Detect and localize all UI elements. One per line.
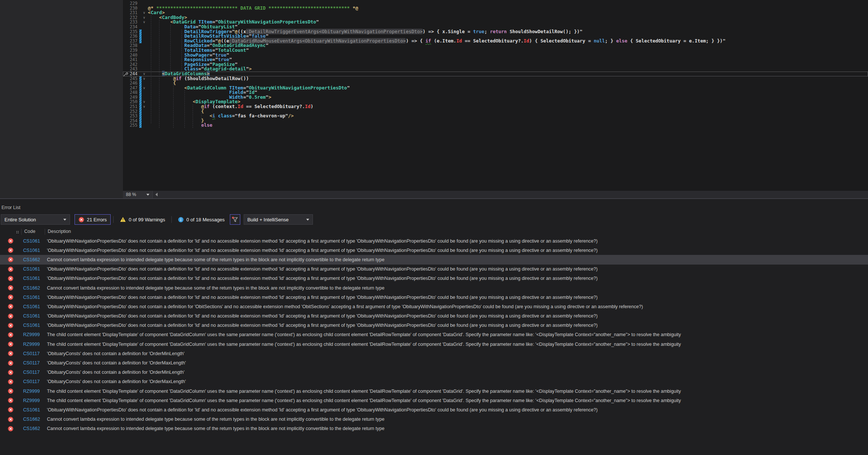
- code-line[interactable]: 255 else: [123, 123, 868, 128]
- error-row[interactable]: CS1662Cannot convert lambda expression t…: [0, 424, 868, 433]
- errors-toggle-button[interactable]: 21 Errors: [75, 214, 111, 225]
- fold-collapse-icon[interactable]: ∨: [142, 99, 147, 104]
- warnings-toggle-button[interactable]: 0 of 99 Warnings: [116, 214, 169, 225]
- error-row[interactable]: CS1061'ObituaryWithNavigationPropertiesD…: [0, 246, 868, 255]
- glyph-margin: [123, 95, 129, 100]
- line-number[interactable]: 248: [129, 90, 139, 95]
- error-circle-icon: [8, 426, 13, 432]
- code-line[interactable]: 231∨<Card>: [123, 10, 868, 15]
- filter-funnel-icon: [232, 217, 238, 222]
- error-description: 'ObituaryWithNavigationPropertiesDto' do…: [47, 266, 598, 272]
- error-row[interactable]: RZ9999The child content element 'Display…: [0, 330, 868, 339]
- error-list-toolbar: Entire Solution 21 Errors 0 of 99 Warnin…: [1, 214, 313, 225]
- fold-margin: [142, 53, 147, 58]
- error-circle-icon: [8, 398, 13, 403]
- code-text: @* ***************************** DATA GR…: [148, 6, 358, 11]
- error-circle-icon: [8, 304, 13, 309]
- glyph-margin: [123, 29, 129, 34]
- code-lines-container[interactable]: 229230@* ***************************** D…: [123, 0, 868, 128]
- code-line[interactable]: 240 ShowPager="true": [123, 53, 868, 58]
- glyph-margin: [123, 20, 129, 25]
- error-row[interactable]: CS1061'ObituaryWithNavigationPropertiesD…: [0, 293, 868, 302]
- line-number[interactable]: 229: [129, 1, 139, 6]
- code-editor[interactable]: 229230@* ***************************** D…: [123, 0, 868, 190]
- error-row[interactable]: CS1061'ObituaryWithNavigationPropertiesD…: [0, 302, 868, 311]
- error-code: RZ9999: [23, 332, 47, 337]
- error-circle-icon: [8, 332, 13, 338]
- fold-margin: [142, 39, 147, 44]
- fold-collapse-icon[interactable]: ∨: [142, 86, 147, 91]
- glyph-margin: [123, 99, 129, 104]
- error-row[interactable]: CS1662Cannot convert lambda expression t…: [0, 283, 868, 293]
- code-line[interactable]: 243 Class="datagrid-detail">: [123, 67, 868, 72]
- error-row[interactable]: CS1662Cannot convert lambda expression t…: [0, 415, 868, 424]
- arrow-left-icon: [155, 193, 158, 196]
- line-number[interactable]: 239: [129, 48, 139, 53]
- fold-margin: [142, 62, 147, 67]
- error-row[interactable]: CS1061'ObituaryWithNavigationPropertiesD…: [0, 236, 868, 246]
- error-circle-icon: [8, 247, 13, 253]
- error-circle-icon: [8, 351, 13, 356]
- error-description: Cannot convert lambda expression to inte…: [47, 417, 384, 422]
- error-row[interactable]: CS1662Cannot convert lambda expression t…: [0, 255, 868, 264]
- glyph-margin: [123, 81, 129, 86]
- error-row[interactable]: RZ9999The child content element 'Display…: [0, 386, 868, 396]
- fold-collapse-icon[interactable]: ∨: [142, 20, 147, 25]
- error-row[interactable]: CS1061'ObituaryWithNavigationPropertiesD…: [0, 265, 868, 274]
- fold-collapse-icon[interactable]: ∨: [142, 15, 147, 20]
- fold-collapse-icon[interactable]: ∨: [142, 72, 147, 76]
- error-row[interactable]: CS0117'ObituaryConsts' does not contain …: [0, 349, 868, 358]
- line-number[interactable]: 253: [129, 114, 139, 119]
- error-row[interactable]: CS1061'ObituaryWithNavigationPropertiesD…: [0, 405, 868, 414]
- error-row[interactable]: CS0117'ObituaryConsts' does not contain …: [0, 377, 868, 386]
- error-circle-icon: [8, 417, 13, 422]
- filter-button[interactable]: [230, 214, 240, 225]
- error-row[interactable]: RZ9999The child content element 'Display…: [0, 396, 868, 405]
- error-circle-icon: [8, 388, 13, 394]
- glyph-margin: [123, 43, 129, 48]
- code-line[interactable]: 254 }: [123, 119, 868, 123]
- code-line[interactable]: 230@* ***************************** DATA…: [123, 6, 868, 11]
- code-line[interactable]: 245∨ @if (ShouldShowDetailRow()): [123, 76, 868, 81]
- horizontal-scroll-track[interactable]: [160, 191, 868, 198]
- error-circle-icon: [8, 379, 13, 385]
- line-number[interactable]: 234: [129, 25, 139, 29]
- error-description: 'ObituaryConsts' does not contain a defi…: [47, 379, 186, 384]
- error-row[interactable]: CS1061'ObituaryWithNavigationPropertiesD…: [0, 321, 868, 330]
- line-number[interactable]: 231: [129, 10, 139, 15]
- error-circle-icon: [8, 285, 13, 291]
- glyph-margin: [123, 62, 129, 67]
- editor-horizontal-scrollbar[interactable]: 88 %: [123, 190, 868, 198]
- line-number[interactable]: 246: [129, 81, 139, 86]
- error-row[interactable]: CS0117'ObituaryConsts' does not contain …: [0, 358, 868, 367]
- fold-collapse-icon[interactable]: ∨: [142, 76, 147, 81]
- error-row[interactable]: CS0117'ObituaryConsts' does not contain …: [0, 368, 868, 377]
- fold-collapse-icon[interactable]: ∨: [142, 104, 147, 109]
- scope-dropdown[interactable]: Entire Solution: [1, 214, 70, 225]
- column-header-code[interactable]: Code: [24, 229, 35, 234]
- error-code: CS0117: [23, 360, 47, 366]
- line-number[interactable]: 241: [129, 57, 139, 62]
- build-intellisense-dropdown[interactable]: Build + IntelliSense: [244, 214, 313, 225]
- line-number[interactable]: 255: [129, 123, 139, 128]
- code-line[interactable]: 239 TotalItems="TotalCount": [123, 48, 868, 53]
- editor-zoom-select[interactable]: 88 %: [123, 191, 153, 198]
- error-row[interactable]: RZ9999The child content element 'Display…: [0, 339, 868, 349]
- messages-toggle-button[interactable]: 0 of 18 Messages: [174, 214, 228, 225]
- column-header-description[interactable]: Description: [48, 229, 71, 234]
- scroll-left-button[interactable]: [153, 191, 160, 198]
- error-row[interactable]: CS1061'ObituaryWithNavigationPropertiesD…: [0, 274, 868, 283]
- error-description: The child content element 'DisplayTempla…: [47, 389, 681, 394]
- quick-actions-icon[interactable]: [123, 72, 129, 76]
- fold-collapse-icon[interactable]: ∨: [142, 10, 147, 15]
- error-code: CS0117: [23, 370, 47, 375]
- code-line[interactable]: 251∨ @if (context.Id == SelectedObituary…: [123, 104, 868, 109]
- line-number[interactable]: 251: [129, 104, 139, 109]
- code-line[interactable]: 253 <i class="fas fa-chevron-up"/>: [123, 114, 868, 119]
- line-number[interactable]: 244: [129, 72, 139, 76]
- error-code: CS1061: [23, 276, 47, 281]
- chevron-down-icon: [63, 219, 66, 221]
- error-row[interactable]: CS1061'ObituaryWithNavigationPropertiesD…: [0, 312, 868, 321]
- line-number[interactable]: 236: [129, 34, 139, 39]
- errors-count-label: 21 Errors: [87, 217, 107, 222]
